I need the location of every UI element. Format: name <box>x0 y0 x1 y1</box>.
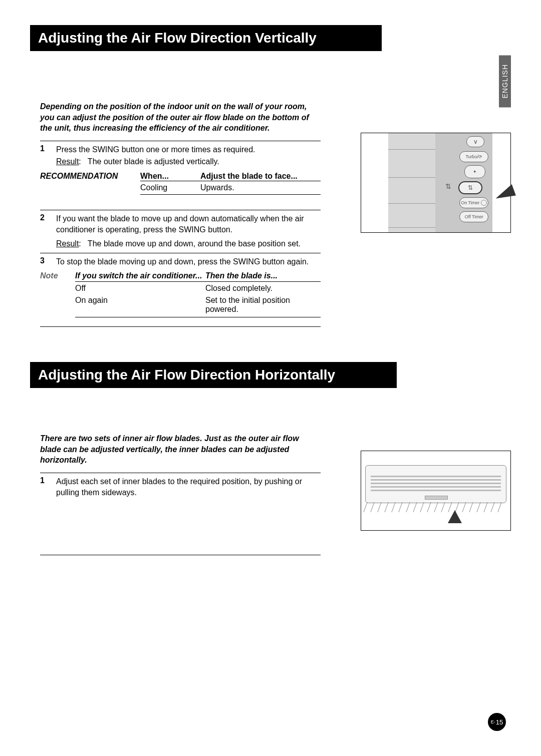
pointer-arrow-icon <box>493 184 516 202</box>
remote-illustration: ∨ Turbo/⟳ ✦ ⇅ ⇅ On Timer Off Timer <box>361 133 511 233</box>
note-row-then: Set to the initial position powered. <box>205 296 321 314</box>
turbo-button: Turbo/⟳ <box>459 151 488 162</box>
divider <box>40 555 321 555</box>
section-heading-vertical: Adjusting the Air Flow Direction Vertica… <box>30 25 382 51</box>
swing-left-icon: ⇅ <box>445 182 451 190</box>
step-number: 1 <box>40 144 49 168</box>
note-row-if: Off <box>75 284 205 293</box>
recommendation-when: Cooling <box>140 183 200 192</box>
step-text: Press the SWING button one or more times… <box>56 145 255 154</box>
divider <box>40 210 321 210</box>
note-label: Note <box>40 271 58 280</box>
language-tab: ENGLISH <box>499 55 511 107</box>
step-number: 1 <box>40 476 49 499</box>
divider <box>40 141 321 141</box>
step-1-horizontal: 1 Adjust each set of inner blades to the… <box>40 476 321 499</box>
swing-button-icon: ⇅ <box>458 181 482 194</box>
options-button-icon: ✦ <box>464 165 485 178</box>
note-col-then: Then the blade is... <box>205 271 321 280</box>
recommendation-adjust: Upwards. <box>200 183 321 192</box>
divider <box>40 473 321 473</box>
result-text: The outer blade is adjusted vertically. <box>88 157 219 166</box>
result-label: Result <box>56 239 79 248</box>
recommendation-label: RECOMMENDATION <box>40 172 140 181</box>
step-text: If you want the blade to move up and dow… <box>56 214 304 234</box>
note-table: Note If you switch the air conditioner..… <box>40 271 321 317</box>
off-timer-button: Off Timer <box>459 211 488 222</box>
step-1: 1 Press the SWING button one or more tim… <box>40 144 321 168</box>
on-timer-button: On Timer <box>459 197 488 208</box>
divider <box>40 326 321 327</box>
note-row-then: Closed completely. <box>205 284 321 293</box>
page-number: E-15 <box>488 713 506 731</box>
recommendation-table: RECOMMENDATION When... Adjust the blade … <box>40 172 321 195</box>
pointer-arrow-icon <box>448 510 462 523</box>
recommendation-col-adjust: Adjust the blade to face... <box>200 172 321 181</box>
result-text: The blade move up and down, around the b… <box>88 239 301 248</box>
step-text: Adjust each set of inner blades to the r… <box>56 477 302 497</box>
note-col-if: If you switch the air conditioner... <box>75 271 205 280</box>
result-label: Result <box>56 157 79 166</box>
step-2: 2 If you want the blade to move up and d… <box>40 213 321 250</box>
recommendation-col-when: When... <box>140 172 200 181</box>
step-3: 3 To stop the blade moving up and down, … <box>40 256 321 267</box>
divider <box>40 253 321 253</box>
ac-unit-illustration <box>361 451 511 531</box>
step-number: 2 <box>40 213 49 250</box>
section-heading-horizontal: Adjusting the Air Flow Direction Horizon… <box>30 362 397 388</box>
v-button-icon: ∨ <box>466 136 484 147</box>
note-row-if: On again <box>75 296 205 314</box>
step-text: To stop the blade moving up and down, pr… <box>56 257 309 266</box>
intro-vertical: Depending on the position of the indoor … <box>40 101 321 134</box>
intro-horizontal: There are two sets of inner air flow bla… <box>40 433 321 466</box>
step-number: 3 <box>40 256 49 267</box>
